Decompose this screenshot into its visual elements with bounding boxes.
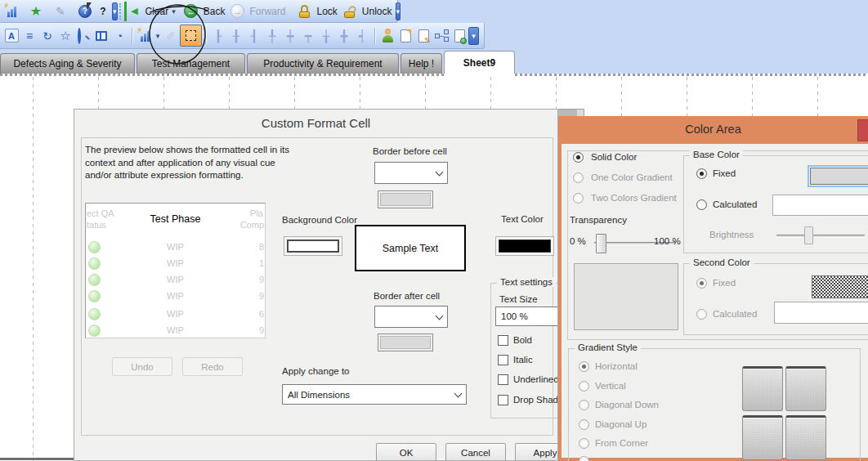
unlock-icon[interactable] <box>341 2 359 21</box>
apply-change-to-combo[interactable]: All Dimensions <box>282 384 467 405</box>
align-tool-icon-1[interactable]: ┠ <box>209 26 227 46</box>
tab-help[interactable]: Help ! <box>400 53 442 74</box>
context-help-icon[interactable]: ? <box>94 2 112 21</box>
align-tool-icon-3[interactable]: ┨ <box>245 26 263 46</box>
gradient-horizontal-radio[interactable] <box>579 361 589 372</box>
gradient-vertical-radio[interactable] <box>579 381 589 392</box>
back-button[interactable]: Back <box>200 6 229 17</box>
border-before-color-button[interactable] <box>378 190 433 208</box>
lock-button[interactable]: Lock <box>313 6 340 17</box>
color-area-title: Color Area <box>558 123 868 136</box>
favorites-icon[interactable]: ★ <box>27 2 45 21</box>
color-area-titlebar[interactable]: Color Area <box>558 116 868 144</box>
two-colors-gradient-radio[interactable] <box>573 193 584 204</box>
drop-shadow-checkbox[interactable] <box>498 395 508 405</box>
forward-icon[interactable]: → <box>228 2 246 21</box>
sheet-tab-bar: Defects Aging & Severity Test Management… <box>0 49 868 74</box>
gradient-preview-swatch-1[interactable] <box>742 366 783 411</box>
align-tool-icon-4[interactable]: ╀ <box>263 26 281 46</box>
reload-icon[interactable]: ↻ <box>38 26 56 46</box>
tab-productivity-requirement[interactable]: Productivity & Requirement <box>247 53 399 74</box>
font-icon[interactable]: A <box>2 26 20 46</box>
align-tool-icon-2[interactable]: ╂ <box>227 26 245 46</box>
bookmark-icon[interactable]: ☆ <box>56 26 74 46</box>
application-window: ⚡ ★ ✎ ? ? ▾ ◀ Clear ▾ ← Back → Forward L… <box>0 0 868 461</box>
text-color-swatch[interactable] <box>495 236 554 256</box>
align-tool-icon-5[interactable]: ┿ <box>281 26 299 46</box>
format-painter-icon[interactable]: ✐ <box>162 26 180 46</box>
clear-dropdown-icon[interactable]: ▾ <box>172 7 176 16</box>
brightness-slider-track[interactable] <box>776 235 865 238</box>
text-size-combo[interactable]: 100 % <box>495 307 558 326</box>
chevron-down-icon <box>454 389 463 397</box>
border-before-cell-combo[interactable] <box>374 162 448 184</box>
tab-sheet9-active[interactable]: Sheet9 <box>444 51 515 74</box>
justify-icon[interactable]: ≡ <box>20 26 38 46</box>
background-color-swatch[interactable] <box>284 236 342 256</box>
second-color-swatch[interactable] <box>812 275 868 298</box>
web-document-icon[interactable] <box>450 26 468 46</box>
border-after-cell-combo[interactable] <box>374 306 448 328</box>
gradient-preview-swatch-3[interactable] <box>742 415 783 460</box>
gradient-preview-swatch-2[interactable] <box>785 366 826 411</box>
search-icon[interactable] <box>74 26 92 46</box>
align-tool-icon-8[interactable]: ╋ <box>335 26 353 46</box>
underlined-checkbox[interactable] <box>498 374 508 385</box>
clear-button[interactable]: Clear <box>142 6 172 17</box>
chart-dropdown-icon[interactable]: ▾ <box>154 32 162 40</box>
close-icon[interactable] <box>857 119 868 141</box>
redo-button[interactable]: Redo <box>182 357 243 376</box>
layout-icon[interactable] <box>92 26 110 46</box>
base-fixed-radio[interactable] <box>696 168 707 179</box>
edit-icon[interactable]: ✎ <box>51 2 69 21</box>
gradient-diagonal-down-radio[interactable] <box>579 400 589 410</box>
sheet-properties-icon[interactable]: ⚡ <box>2 2 20 21</box>
toolbar-overflow-button[interactable]: ▾ <box>112 2 118 20</box>
flowchart-icon[interactable] <box>432 26 450 46</box>
clear-skip-icon[interactable]: ◀ <box>124 2 142 21</box>
lock-icon[interactable] <box>295 2 313 21</box>
italic-checkbox[interactable] <box>498 355 508 365</box>
cancel-button[interactable]: Cancel <box>445 443 506 461</box>
edit-document-icon[interactable]: ✎ <box>414 26 432 46</box>
new-document-icon[interactable] <box>396 26 414 46</box>
base-calculated-radio[interactable] <box>696 199 707 210</box>
unlock-button[interactable]: Unlock <box>359 6 396 17</box>
transparency-slider-handle[interactable] <box>596 234 606 253</box>
user-wizard-icon[interactable] <box>378 26 396 46</box>
bold-checkbox[interactable] <box>498 335 508 346</box>
design-grid-tool-active[interactable] <box>180 25 202 47</box>
chart-wizard-icon[interactable]: ⚡ <box>136 26 154 46</box>
tab-defects-aging-severity[interactable]: Defects Aging & Severity <box>0 53 135 74</box>
toolbar-overflow-button-2[interactable]: ▾ <box>396 2 401 20</box>
base-color-swatch[interactable] <box>808 165 868 187</box>
ok-button[interactable]: OK <box>376 443 436 461</box>
apply-button[interactable]: Apply <box>515 443 558 461</box>
border-after-cell-label: Border after cell <box>374 291 440 301</box>
border-after-color-button[interactable] <box>378 333 433 351</box>
second-calculated-field[interactable] <box>774 302 868 324</box>
gradient-style-radio-partial[interactable] <box>579 456 589 461</box>
clock-icon[interactable]: ◔ <box>110 26 128 46</box>
color-area-dialog: Color Area Solid Color One Color Gradien… <box>558 116 868 461</box>
forward-button[interactable]: Forward <box>246 6 289 17</box>
base-calculated-field[interactable] <box>772 195 868 216</box>
back-icon[interactable]: ← <box>182 2 200 21</box>
chevron-down-icon <box>436 168 444 176</box>
align-tool-icon-9[interactable]: ┥ <box>353 26 371 46</box>
brightness-slider-handle[interactable] <box>804 226 813 244</box>
second-fixed-radio[interactable] <box>696 278 707 289</box>
solid-color-radio[interactable] <box>573 152 584 163</box>
undo-button[interactable]: Undo <box>112 357 172 376</box>
text-settings-label: Text settings <box>497 277 556 287</box>
align-tool-icon-7[interactable]: ╁ <box>317 26 335 46</box>
tab-test-management[interactable]: Test Management <box>136 53 245 74</box>
toolbar-overflow-button-3[interactable]: ▾ <box>468 27 479 45</box>
align-tool-icon-6[interactable]: ┯ <box>299 26 317 46</box>
gradient-from-corner-radio[interactable] <box>579 438 589 449</box>
gradient-preview-swatch-4[interactable] <box>785 415 826 460</box>
one-color-gradient-radio[interactable] <box>573 172 584 183</box>
gradient-from-corner-label: From Corner <box>595 438 648 448</box>
second-calculated-radio[interactable] <box>696 309 707 320</box>
gradient-diagonal-up-radio[interactable] <box>579 419 589 430</box>
